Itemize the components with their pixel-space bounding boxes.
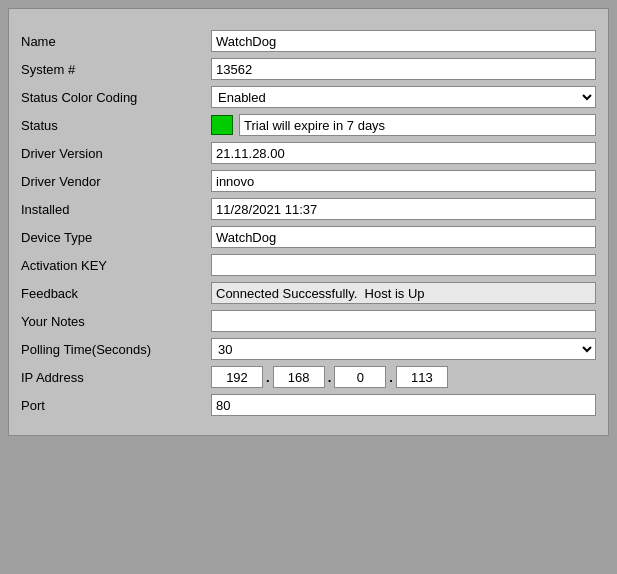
text-input-installed[interactable] <box>211 198 596 220</box>
text-input-system-#[interactable] <box>211 58 596 80</box>
field-label-feedback: Feedback <box>17 279 207 307</box>
form-table: NameSystem #Status Color CodingEnabledDi… <box>17 27 600 419</box>
text-input-driver-version[interactable] <box>211 142 596 164</box>
field-label-status-color-coding: Status Color Coding <box>17 83 207 111</box>
field-value-driver-vendor[interactable] <box>207 167 600 195</box>
field-label-activation-key: Activation KEY <box>17 251 207 279</box>
field-label-status: Status <box>17 111 207 139</box>
field-label-installed: Installed <box>17 195 207 223</box>
text-input-activation-key[interactable] <box>211 254 596 276</box>
field-label-your-notes: Your Notes <box>17 307 207 335</box>
select-polling-time(seconds)[interactable]: 1015203060120 <box>211 338 596 360</box>
status-text: Trial will expire in 7 days <box>239 114 596 136</box>
field-label-driver-vendor: Driver Vendor <box>17 167 207 195</box>
ip-address-row: ... <box>211 366 596 388</box>
field-value-activation-key[interactable] <box>207 251 600 279</box>
field-value-your-notes[interactable] <box>207 307 600 335</box>
status-indicator <box>211 115 233 135</box>
table-row: IP Address... <box>17 363 600 391</box>
field-label-polling-time(seconds): Polling Time(Seconds) <box>17 335 207 363</box>
ip-dot: . <box>325 370 335 385</box>
field-value-device-type[interactable] <box>207 223 600 251</box>
ip-dot: . <box>263 370 273 385</box>
status-row: Trial will expire in 7 days <box>211 114 596 136</box>
field-value-port[interactable] <box>207 391 600 419</box>
table-row: Feedback <box>17 279 600 307</box>
table-row: Installed <box>17 195 600 223</box>
table-row: Polling Time(Seconds)1015203060120 <box>17 335 600 363</box>
table-row: Port <box>17 391 600 419</box>
field-value-status: Trial will expire in 7 days <box>207 111 600 139</box>
text-input-device-type[interactable] <box>211 226 596 248</box>
table-row: StatusTrial will expire in 7 days <box>17 111 600 139</box>
field-label-ip-address: IP Address <box>17 363 207 391</box>
field-value-status-color-coding[interactable]: EnabledDisabled <box>207 83 600 111</box>
text-input-name[interactable] <box>211 30 596 52</box>
field-label-device-type: Device Type <box>17 223 207 251</box>
table-row: Status Color CodingEnabledDisabled <box>17 83 600 111</box>
field-label-name: Name <box>17 27 207 55</box>
ip-segment-2[interactable] <box>334 366 386 388</box>
field-value-polling-time(seconds)[interactable]: 1015203060120 <box>207 335 600 363</box>
table-row: Device Type <box>17 223 600 251</box>
field-value-name[interactable] <box>207 27 600 55</box>
table-row: Driver Version <box>17 139 600 167</box>
main-panel: NameSystem #Status Color CodingEnabledDi… <box>8 8 609 436</box>
text-input-feedback <box>211 282 596 304</box>
text-input-your-notes[interactable] <box>211 310 596 332</box>
field-label-driver-version: Driver Version <box>17 139 207 167</box>
field-value-installed[interactable] <box>207 195 600 223</box>
ip-dot: . <box>386 370 396 385</box>
table-row: Driver Vendor <box>17 167 600 195</box>
field-label-system-#: System # <box>17 55 207 83</box>
text-input-port[interactable] <box>211 394 596 416</box>
field-value-feedback[interactable] <box>207 279 600 307</box>
field-label-port: Port <box>17 391 207 419</box>
field-value-driver-version[interactable] <box>207 139 600 167</box>
table-row: System # <box>17 55 600 83</box>
table-row: Name <box>17 27 600 55</box>
field-value-ip-address[interactable]: ... <box>207 363 600 391</box>
text-input-driver-vendor[interactable] <box>211 170 596 192</box>
ip-segment-3[interactable] <box>396 366 448 388</box>
ip-segment-0[interactable] <box>211 366 263 388</box>
ip-segment-1[interactable] <box>273 366 325 388</box>
table-row: Activation KEY <box>17 251 600 279</box>
table-row: Your Notes <box>17 307 600 335</box>
select-status-color-coding[interactable]: EnabledDisabled <box>211 86 596 108</box>
field-value-system-#[interactable] <box>207 55 600 83</box>
